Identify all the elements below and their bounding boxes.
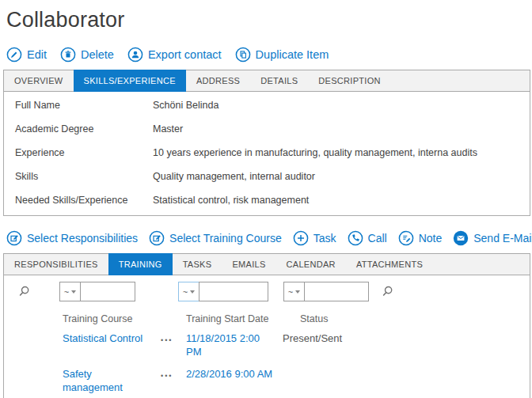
field-label: Full Name bbox=[15, 100, 153, 111]
plus-circle-icon bbox=[293, 230, 309, 246]
duplicate-item-button[interactable]: Duplicate Item bbox=[235, 47, 329, 63]
filter-operator-label: ~ bbox=[288, 287, 293, 297]
task-button[interactable]: Task bbox=[293, 230, 336, 246]
training-course-link[interactable]: Safety management bbox=[63, 367, 131, 394]
column-header-spacer bbox=[161, 313, 186, 324]
tab-attachments[interactable]: ATTACHMENTS bbox=[346, 254, 433, 275]
filter-input-training-start-date[interactable] bbox=[199, 282, 268, 301]
tab-tasks[interactable]: TASKS bbox=[173, 254, 222, 275]
secondary-toolbar: Select Responsibilities Select Training … bbox=[6, 228, 532, 248]
field-label: Academic Degree bbox=[15, 123, 153, 135]
export-contact-label: Export contact bbox=[148, 48, 222, 61]
chevron-down-icon bbox=[190, 290, 195, 294]
send-email-button[interactable]: Send E-Mail bbox=[453, 230, 532, 246]
field-label: Experience bbox=[15, 147, 153, 158]
search-icon[interactable] bbox=[17, 285, 31, 298]
field-value: Master bbox=[153, 123, 183, 135]
tab-details[interactable]: DETAILS bbox=[250, 70, 308, 91]
primary-toolbar: Edit Delete Export contact Duplicate Ite… bbox=[6, 44, 532, 65]
select-item-icon bbox=[149, 230, 165, 246]
tab-calendar[interactable]: CALENDAR bbox=[276, 254, 346, 275]
secondary-tabbar: RESPONSIBILITIES TRAINING TASKS EMAILS C… bbox=[3, 253, 530, 275]
task-label: Task bbox=[314, 232, 336, 244]
field-label: Skills bbox=[15, 171, 153, 182]
export-contact-button[interactable]: Export contact bbox=[127, 47, 222, 63]
tab-overview[interactable]: OVERVIEW bbox=[4, 70, 74, 91]
table-row: Statistical Control ••• 11/18/2015 2:00 … bbox=[4, 332, 530, 358]
grid-rows: Statistical Control ••• 11/18/2015 2:00 … bbox=[4, 332, 530, 394]
edit-pencil-icon bbox=[6, 47, 22, 63]
status-value: Present/Sent bbox=[283, 332, 530, 358]
page-title: Collaborator bbox=[6, 8, 532, 32]
filter-operator-dropdown[interactable]: ~ bbox=[283, 282, 305, 301]
row-menu-ellipsis[interactable]: ••• bbox=[161, 367, 186, 394]
row-menu-ellipsis[interactable]: ••• bbox=[161, 332, 186, 358]
primary-tabbar: OVERVIEW SKILLS/EXPERIENCE ADDRESS DETAI… bbox=[3, 70, 530, 92]
filter-group-training-course: ~ bbox=[59, 282, 135, 301]
select-training-course-label: Select Training Course bbox=[169, 232, 282, 244]
envelope-icon bbox=[453, 230, 469, 246]
column-header-training-course[interactable]: Training Course bbox=[63, 313, 161, 324]
trash-icon bbox=[60, 47, 76, 63]
note-pencil-icon bbox=[398, 230, 414, 246]
search-icon[interactable] bbox=[381, 285, 394, 298]
select-training-course-button[interactable]: Select Training Course bbox=[149, 230, 282, 246]
duplicate-pages-icon bbox=[235, 47, 251, 63]
select-responsibilities-label: Select Responsibilities bbox=[27, 232, 138, 244]
chevron-down-icon bbox=[71, 290, 76, 294]
delete-button[interactable]: Delete bbox=[60, 47, 114, 63]
tab-emails[interactable]: EMAILS bbox=[222, 254, 276, 275]
select-item-icon bbox=[6, 230, 22, 246]
training-course-link[interactable]: Statistical Control bbox=[63, 332, 142, 344]
training-grid-panel: ~ ~ ~ Training Course Training Start bbox=[3, 275, 530, 398]
field-experience: Experience 10 years experience in manufa… bbox=[15, 141, 522, 165]
filter-input-training-course[interactable] bbox=[80, 282, 135, 301]
note-label: Note bbox=[419, 232, 443, 244]
field-value: Schöni Belinda bbox=[153, 100, 218, 111]
field-full-name: Full Name Schöni Belinda bbox=[15, 93, 522, 117]
filter-operator-label: ~ bbox=[183, 287, 188, 297]
filter-operator-dropdown[interactable]: ~ bbox=[59, 282, 81, 301]
table-row: Safety management ••• 2/28/2016 9:00 AM bbox=[4, 367, 530, 394]
status-value bbox=[283, 367, 530, 394]
training-start-date-link[interactable]: 2/28/2016 9:00 AM bbox=[186, 368, 272, 380]
field-value: Quality management, internal auditor bbox=[153, 171, 315, 182]
training-start-date-link[interactable]: 11/18/2015 2:00 PM bbox=[186, 332, 268, 358]
select-responsibilities-button[interactable]: Select Responsibilities bbox=[6, 230, 138, 246]
note-button[interactable]: Note bbox=[398, 230, 443, 246]
chevron-down-icon bbox=[295, 290, 300, 294]
field-skills: Skills Quality management, internal audi… bbox=[15, 165, 522, 188]
tab-skills-experience[interactable]: SKILLS/EXPERIENCE bbox=[74, 70, 186, 92]
filter-operator-dropdown[interactable]: ~ bbox=[178, 282, 200, 301]
tab-description[interactable]: DESCRIPTION bbox=[308, 70, 390, 91]
filter-input-status[interactable] bbox=[304, 282, 369, 301]
field-needed-skills: Needed Skills/Experience Statistical con… bbox=[15, 188, 522, 212]
skills-experience-panel: Full Name Schöni Belinda Academic Degree… bbox=[3, 92, 530, 216]
phone-icon bbox=[348, 230, 363, 246]
grid-filter-row: ~ ~ ~ bbox=[4, 281, 530, 302]
field-value: 10 years experience in manufacturing, qu… bbox=[153, 147, 477, 158]
tab-address[interactable]: ADDRESS bbox=[186, 70, 250, 91]
call-button[interactable]: Call bbox=[348, 230, 387, 246]
field-label: Needed Skills/Experience bbox=[15, 195, 153, 206]
tab-responsibilities[interactable]: RESPONSIBILITIES bbox=[4, 254, 108, 275]
filter-operator-label: ~ bbox=[64, 287, 69, 297]
filter-group-training-start-date: ~ bbox=[178, 282, 268, 301]
person-icon bbox=[127, 47, 143, 63]
field-academic-degree: Academic Degree Master bbox=[15, 117, 522, 141]
delete-label: Delete bbox=[81, 48, 114, 61]
column-header-training-start-date[interactable]: Training Start Date bbox=[186, 313, 283, 324]
filter-group-status: ~ bbox=[283, 282, 369, 301]
call-label: Call bbox=[368, 232, 387, 244]
column-header-status[interactable]: Status bbox=[283, 313, 530, 324]
tab-training[interactable]: TRAINING bbox=[108, 253, 173, 275]
edit-label: Edit bbox=[27, 48, 47, 61]
grid-header-row: Training Course Training Start Date Stat… bbox=[4, 313, 530, 324]
edit-button[interactable]: Edit bbox=[6, 47, 47, 63]
duplicate-item-label: Duplicate Item bbox=[256, 48, 329, 61]
field-value: Statistical control, risk management bbox=[153, 195, 309, 206]
send-email-label: Send E-Mail bbox=[473, 232, 532, 244]
